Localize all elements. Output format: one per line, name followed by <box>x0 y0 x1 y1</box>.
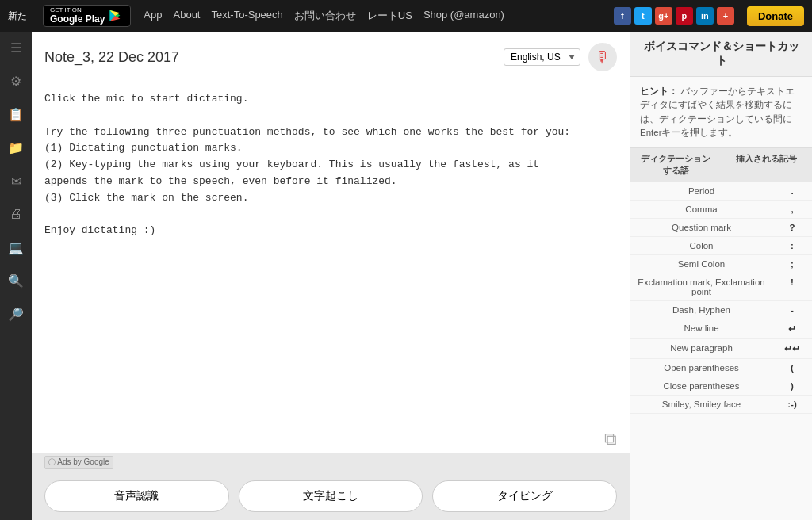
microphone-icon: 🎙 <box>595 48 611 67</box>
shortcut-symbol: : <box>772 237 812 254</box>
shortcut-symbol: ; <box>772 255 812 273</box>
twitter-icon[interactable]: t <box>634 7 652 25</box>
note-header: Note_3, 22 Dec 2017 English, US 🎙 <box>32 32 630 78</box>
pinterest-icon[interactable]: p <box>676 7 693 25</box>
shortcut-symbol: ↵ <box>772 319 812 338</box>
facebook-icon[interactable]: f <box>614 7 631 25</box>
table-row[interactable]: Question mark ? <box>630 219 812 237</box>
voice-recognition-button[interactable]: 音声認識 <box>44 480 229 512</box>
shortcut-symbol: ) <box>772 377 812 395</box>
table-row[interactable]: New line ↵ <box>630 319 812 339</box>
sidebar-monitor-icon[interactable]: 💻 <box>6 238 25 257</box>
shortcut-symbol: . <box>772 182 812 200</box>
table-row[interactable]: New paragraph ↵↵ <box>630 339 812 359</box>
sidebar-mail-icon[interactable]: ✉ <box>6 171 25 190</box>
copy-paste-icon[interactable]: ⧉ <box>604 429 617 449</box>
right-panel: ボイスコマンド＆ショートカット ヒント： バッファーからテキストエディタにすばや… <box>630 32 812 520</box>
shortcut-word: Period <box>630 182 772 200</box>
nav-links: App About Text-To-Speech お問い合わせ レートUS Sh… <box>144 9 601 23</box>
table-row[interactable]: Semi Colon ; <box>630 255 812 273</box>
shortcut-word: Semi Colon <box>630 255 772 273</box>
main-container: ☰ ⚙ 📋 📁 ✉ 🖨 💻 🔍 🔎 Note_3, 22 Dec 2017 En… <box>0 32 812 520</box>
right-panel-title: ボイスコマンド＆ショートカット <box>630 32 812 77</box>
sidebar-copy-icon[interactable]: 📋 <box>6 105 25 124</box>
language-select[interactable]: English, US <box>504 48 580 66</box>
shortcut-word: Colon <box>630 237 772 254</box>
table-row[interactable]: Period . <box>630 182 812 201</box>
get-it-on-text: GET IT ON <box>50 7 105 13</box>
shortcut-word: New paragraph <box>630 339 772 358</box>
new-tab-label: 新た <box>8 10 27 23</box>
shortcut-word: Question mark <box>630 219 772 236</box>
center-content: Note_3, 22 Dec 2017 English, US 🎙 Click … <box>32 32 630 520</box>
nav-app[interactable]: App <box>144 9 162 23</box>
shortcut-symbol: ( <box>772 359 812 377</box>
note-content: Click the mic to start dictating. Try th… <box>44 91 617 239</box>
left-sidebar: ☰ ⚙ 📋 📁 ✉ 🖨 💻 🔍 🔎 <box>0 32 32 520</box>
hint-label: ヒント： <box>640 86 678 96</box>
navbar: 新た GET IT ON Google Play App About Text-… <box>0 0 812 32</box>
table-row[interactable]: Exclamation mark, Exclamation point ! <box>630 273 812 301</box>
mic-button[interactable]: 🎙 <box>588 43 617 71</box>
shortcut-word: Dash, Hyphen <box>630 301 772 319</box>
note-controls: English, US 🎙 <box>504 43 617 71</box>
shortcut-table-header: ディクテーションする語 挿入される記号 <box>630 148 812 182</box>
shortcut-symbol: ↵↵ <box>772 339 812 358</box>
nav-about[interactable]: About <box>174 9 201 23</box>
social-icons: f t g+ p in + <box>614 7 734 25</box>
shortcut-symbol: :-) <box>772 396 812 413</box>
nav-rate[interactable]: レートUS <box>367 9 412 23</box>
google-play-badge[interactable]: GET IT ON Google Play <box>43 5 131 27</box>
copy-area: ⧉ <box>32 426 630 453</box>
table-row[interactable]: Open parentheses ( <box>630 359 812 377</box>
table-row[interactable]: Comma , <box>630 201 812 219</box>
linkedin-icon[interactable]: in <box>696 7 714 25</box>
sidebar-settings-icon[interactable]: ⚙ <box>6 71 25 90</box>
rss-icon[interactable]: + <box>717 7 734 25</box>
google-play-logo-icon <box>108 8 124 24</box>
shortcut-word: Close parentheses <box>630 377 772 395</box>
shortcut-symbol: - <box>772 301 812 319</box>
shortcut-word: Open parentheses <box>630 359 772 377</box>
table-row[interactable]: Dash, Hyphen - <box>630 301 812 319</box>
google-plus-icon[interactable]: g+ <box>655 7 672 25</box>
shortcut-symbol: ! <box>772 273 812 300</box>
shortcut-symbol: , <box>772 201 812 218</box>
ads-bar: ⓘ Ads by Google <box>32 453 630 472</box>
sidebar-zoom-in-icon[interactable]: 🔍 <box>6 271 25 290</box>
nav-tts[interactable]: Text-To-Speech <box>211 9 282 23</box>
shortcut-word: Exclamation mark, Exclamation point <box>630 273 772 300</box>
shortcut-table: ディクテーションする語 挿入される記号 Period . Comma , Que… <box>630 148 812 414</box>
nav-shop[interactable]: Shop (@amazon) <box>423 9 504 23</box>
table-row[interactable]: Colon : <box>630 237 812 255</box>
shortcut-rows: Period . Comma , Question mark ? Colon :… <box>630 182 812 414</box>
word-col-header: ディクテーションする語 <box>630 148 722 182</box>
shortcut-symbol: ? <box>772 219 812 236</box>
shortcut-word: New line <box>630 319 772 338</box>
note-body[interactable]: Click the mic to start dictating. Try th… <box>32 78 630 426</box>
symbol-col-header: 挿入される記号 <box>722 148 813 182</box>
shortcut-word: Smiley, Smiley face <box>630 396 772 413</box>
sidebar-menu-icon[interactable]: ☰ <box>6 38 25 57</box>
note-title: Note_3, 22 Dec 2017 <box>44 49 179 66</box>
ads-label: ⓘ Ads by Google <box>44 456 113 469</box>
donate-button[interactable]: Donate <box>747 6 804 26</box>
hint-box: ヒント： バッファーからテキストエディタにすばやく結果を移動するには、ディクテー… <box>630 77 812 148</box>
sidebar-print-icon[interactable]: 🖨 <box>6 205 25 224</box>
typing-button[interactable]: タイピング <box>432 480 617 512</box>
google-play-name: Google Play <box>50 13 105 25</box>
sidebar-zoom-out-icon[interactable]: 🔎 <box>6 304 25 323</box>
sidebar-folder-icon[interactable]: 📁 <box>6 138 25 157</box>
table-row[interactable]: Close parentheses ) <box>630 377 812 396</box>
bottom-bar: 音声認識 文字起こし タイピング <box>32 472 630 520</box>
transcription-button[interactable]: 文字起こし <box>239 480 423 512</box>
shortcut-word: Comma <box>630 201 772 218</box>
table-row[interactable]: Smiley, Smiley face :-) <box>630 396 812 414</box>
nav-contact[interactable]: お問い合わせ <box>294 9 356 23</box>
